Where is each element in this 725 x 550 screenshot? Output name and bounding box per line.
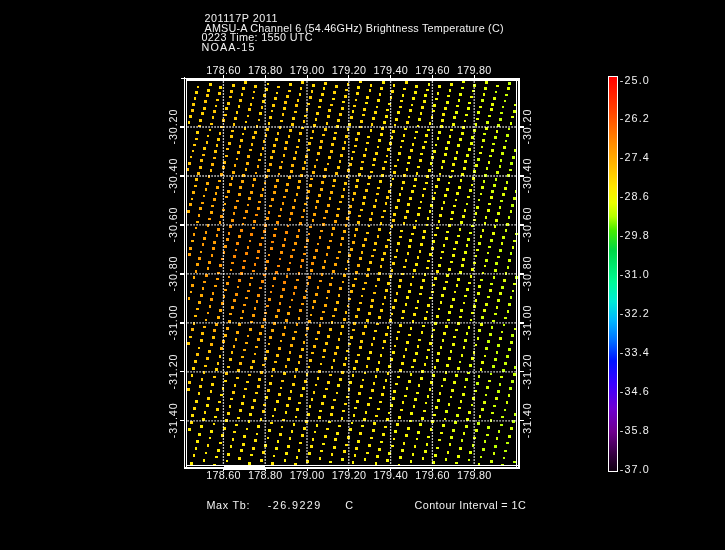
svg-text:Contour Interval = 1C: Contour Interval = 1C — [415, 499, 526, 511]
svg-text:-30.40: -30.40 — [521, 159, 533, 194]
svg-text:179.20: 179.20 — [332, 469, 366, 481]
svg-text:C: C — [345, 499, 353, 511]
svg-text:-30.60: -30.60 — [521, 207, 533, 242]
svg-text:-31.00: -31.00 — [521, 305, 533, 340]
svg-text:-34.6: -34.6 — [620, 385, 649, 397]
svg-text:179.80: 179.80 — [457, 469, 491, 481]
svg-text:179.40: 179.40 — [373, 64, 407, 76]
svg-text:179.00: 179.00 — [290, 469, 324, 481]
svg-text:-30.80: -30.80 — [167, 256, 179, 291]
svg-text:178.60: 178.60 — [206, 469, 240, 481]
svg-text:-26.2: -26.2 — [620, 112, 649, 124]
svg-text:-31.40: -31.40 — [521, 403, 533, 438]
svg-text:179.40: 179.40 — [373, 469, 407, 481]
svg-text:-30.80: -30.80 — [521, 256, 533, 291]
svg-text:178.80: 178.80 — [248, 469, 282, 481]
svg-text:-33.4: -33.4 — [620, 346, 649, 358]
svg-text:178.80: 178.80 — [248, 64, 282, 76]
svg-text:Max Tb:: Max Tb: — [206, 499, 249, 511]
svg-text:-32.2: -32.2 — [620, 307, 649, 319]
svg-text:-31.40: -31.40 — [167, 403, 179, 438]
svg-text:179.20: 179.20 — [332, 64, 366, 76]
svg-text:-30.40: -30.40 — [167, 159, 179, 194]
svg-text:179.80: 179.80 — [457, 64, 491, 76]
svg-text:179.60: 179.60 — [415, 64, 449, 76]
svg-text:-31.00: -31.00 — [167, 305, 179, 340]
svg-text:-37.0: -37.0 — [620, 463, 649, 475]
svg-text:178.60: 178.60 — [206, 64, 240, 76]
svg-text:-27.4: -27.4 — [620, 151, 649, 163]
svg-text:-35.8: -35.8 — [620, 424, 649, 436]
svg-text:179.00: 179.00 — [290, 64, 324, 76]
svg-text:-30.60: -30.60 — [167, 207, 179, 242]
svg-text:-29.8: -29.8 — [620, 229, 649, 241]
svg-text:-28.6: -28.6 — [620, 190, 649, 202]
svg-text:-25.0: -25.0 — [620, 74, 649, 86]
svg-text:179.60: 179.60 — [415, 469, 449, 481]
svg-text:-31.20: -31.20 — [167, 354, 179, 389]
svg-text:-30.20: -30.20 — [167, 110, 179, 145]
svg-text:NOAA-15: NOAA-15 — [202, 41, 255, 53]
svg-text:-26.9229: -26.9229 — [268, 499, 320, 511]
svg-text:-30.20: -30.20 — [521, 110, 533, 145]
svg-text:-31.20: -31.20 — [521, 354, 533, 389]
svg-text:-31.0: -31.0 — [620, 268, 649, 280]
